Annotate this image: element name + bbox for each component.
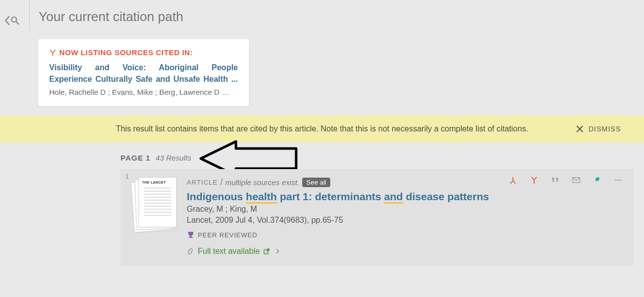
svg-point-13 <box>617 180 619 181</box>
top-bar: Your current citation path <box>0 0 644 35</box>
notice-banner: This result list contains items that are… <box>0 115 644 142</box>
result-citation: Lancet, 2009 Jul 4, Vol.374(9683), pp.65… <box>187 216 624 225</box>
more-icon <box>614 176 623 185</box>
pin-icon <box>593 176 602 185</box>
cites-button[interactable] <box>508 175 518 185</box>
external-link-icon <box>263 248 270 255</box>
dismiss-button[interactable]: DISMISS <box>575 124 621 133</box>
peer-reviewed-icon <box>187 231 195 239</box>
more-button[interactable] <box>613 175 623 185</box>
back-to-search-button[interactable] <box>0 0 30 30</box>
cited-by-button[interactable] <box>529 175 539 185</box>
page-number-label: PAGE 1 <box>120 154 151 162</box>
result-index: 1 <box>125 173 129 180</box>
full-text-link[interactable]: Full text available <box>187 247 624 256</box>
svg-rect-5 <box>190 235 192 237</box>
result-actions <box>508 175 623 185</box>
pin-button[interactable] <box>592 175 602 185</box>
email-icon <box>572 176 581 185</box>
svg-rect-6 <box>189 237 193 238</box>
citation-path-card: NOW LISTING SOURCES CITED IN: Visibility… <box>38 39 249 106</box>
chevron-right-icon <box>275 249 280 254</box>
see-all-button[interactable]: See all <box>302 178 330 187</box>
svg-point-12 <box>615 180 616 181</box>
citation-source-title[interactable]: Visibility and Voice: Aboriginal People … <box>49 62 238 85</box>
result-authors: Gracey, M ; King, M <box>187 205 624 214</box>
citation-card-label: NOW LISTING SOURCES CITED IN: <box>59 48 193 57</box>
citation-card-header: NOW LISTING SOURCES CITED IN: <box>49 48 238 57</box>
result-card: 1 ARTICLE / multiple sources exist. See … <box>120 169 633 266</box>
citation-source-authors: Hole, Rachelle D ; Evans, Mike ; Berg, L… <box>49 88 238 96</box>
svg-point-14 <box>620 180 621 181</box>
notice-text: This result list contains items that are… <box>116 124 529 133</box>
result-type: ARTICLE <box>187 179 218 186</box>
result-thumbnail[interactable] <box>133 177 178 232</box>
peer-reviewed-badge: PEER REVIEWED <box>187 231 624 239</box>
result-sources-text: multiple sources exist. <box>225 178 300 187</box>
result-content: ARTICLE / multiple sources exist. See al… <box>187 177 624 256</box>
quote-button[interactable] <box>550 175 560 185</box>
results-area: PAGE 1 43 Results 1 ARTICLE / multiple s… <box>0 142 644 266</box>
page-title: Your current citation path <box>39 0 183 25</box>
result-title[interactable]: Indigenous health part 1: determinants a… <box>187 191 624 203</box>
close-icon <box>575 124 584 133</box>
back-search-icon <box>4 15 20 26</box>
quote-icon <box>551 176 560 185</box>
cited-in-icon <box>49 49 56 56</box>
results-count: 43 Results <box>156 154 191 162</box>
cited-by-icon <box>530 176 539 185</box>
cites-icon <box>508 176 518 185</box>
email-button[interactable] <box>571 175 581 185</box>
svg-line-1 <box>16 22 19 24</box>
dismiss-label: DISMISS <box>588 125 621 133</box>
link-icon <box>187 248 194 255</box>
